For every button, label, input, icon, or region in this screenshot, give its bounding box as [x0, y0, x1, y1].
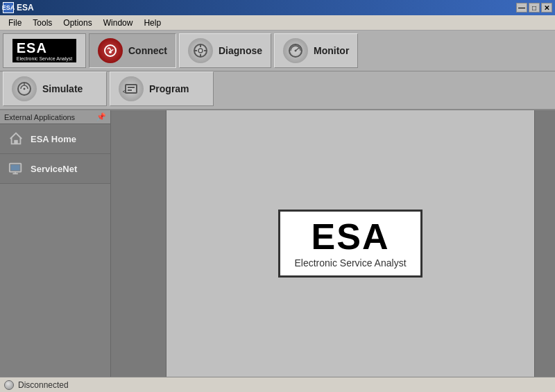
screen-icon-svg — [8, 161, 24, 176]
screen-icon — [7, 160, 25, 178]
svg-point-3 — [198, 49, 203, 53]
monitor-icon-svg — [287, 42, 304, 59]
simulate-button[interactable]: Simulate — [3, 71, 107, 106]
sidebar-item-servicenet[interactable]: ServiceNet — [0, 154, 110, 184]
toolbar-row1: ESAElectronic Service Analyst Connect — [0, 31, 555, 71]
esa-home-label: ESA Home — [31, 134, 76, 144]
diagnose-button[interactable]: Diagnose — [179, 33, 271, 68]
connect-button[interactable]: Connect — [89, 33, 176, 68]
menu-window[interactable]: Window — [98, 17, 139, 29]
program-button[interactable]: Program — [110, 71, 214, 106]
status-bar: Disconnected — [0, 377, 555, 392]
diagnose-label: Diagnose — [219, 45, 262, 56]
sidebar: External Applications 📌 ESA Home — [0, 110, 111, 377]
simulate-icon — [12, 76, 37, 101]
content-center: ESA Electronic Service Analyst — [166, 110, 534, 377]
home-icon — [7, 130, 25, 148]
program-icon — [119, 76, 144, 101]
content-right-panel — [534, 110, 555, 377]
svg-rect-17 — [14, 140, 18, 144]
diagnose-icon-svg — [192, 42, 209, 59]
title-bar-title: ESA — [17, 3, 34, 12]
monitor-icon — [283, 38, 308, 63]
servicenet-label: ServiceNet — [31, 164, 77, 174]
diagnose-icon — [188, 38, 213, 63]
simulate-icon-svg — [16, 80, 33, 97]
connect-icon — [98, 38, 123, 63]
connect-icon-svg — [102, 42, 119, 59]
maximize-button[interactable]: □ — [529, 3, 540, 12]
menu-help[interactable]: Help — [138, 17, 166, 29]
program-icon-svg — [123, 80, 139, 97]
esa-logo-box: ESAElectronic Service Analyst — [12, 39, 77, 62]
svg-rect-16 — [128, 90, 132, 91]
title-bar-left: ESA ESA — [3, 2, 34, 13]
center-logo: ESA Electronic Service Analyst — [278, 210, 422, 278]
monitor-label: Monitor — [314, 45, 349, 56]
menu-tools[interactable]: Tools — [27, 17, 58, 29]
close-button[interactable]: ✕ — [541, 3, 552, 12]
connect-label: Connect — [128, 45, 167, 56]
status-indicator-icon — [4, 380, 14, 390]
home-icon-svg — [8, 131, 24, 146]
svg-rect-14 — [126, 85, 137, 93]
svg-rect-15 — [128, 87, 135, 88]
title-bar: ESA ESA — □ ✕ — [0, 0, 555, 15]
sidebar-header: External Applications 📌 — [0, 110, 110, 124]
svg-rect-21 — [11, 165, 20, 171]
svg-point-10 — [295, 50, 297, 52]
sidebar-pin-icon[interactable]: 📌 — [96, 112, 106, 121]
center-logo-subtitle: Electronic Service Analyst — [294, 257, 406, 269]
minimize-button[interactable]: — — [516, 3, 527, 12]
center-logo-text: ESA — [311, 219, 390, 255]
sidebar-title: External Applications — [4, 113, 75, 121]
toolbar-row2: Simulate Program — [0, 71, 555, 110]
esa-logo: ESAElectronic Service Analyst — [3, 33, 86, 68]
content-left-panel — [111, 110, 166, 377]
program-label: Program — [149, 83, 189, 94]
svg-point-1 — [109, 51, 112, 53]
menu-options[interactable]: Options — [58, 17, 97, 29]
menu-file[interactable]: File — [3, 17, 27, 29]
title-bar-icon: ESA — [3, 2, 14, 13]
status-text: Disconnected — [18, 380, 69, 390]
monitor-button[interactable]: Monitor — [274, 33, 358, 68]
simulate-label: Simulate — [42, 83, 83, 94]
title-bar-buttons: — □ ✕ — [516, 3, 552, 12]
svg-point-13 — [24, 88, 26, 90]
main-area: External Applications 📌 ESA Home — [0, 110, 555, 377]
menu-bar: File Tools Options Window Help — [0, 15, 555, 31]
sidebar-item-esa-home[interactable]: ESA Home — [0, 124, 110, 154]
